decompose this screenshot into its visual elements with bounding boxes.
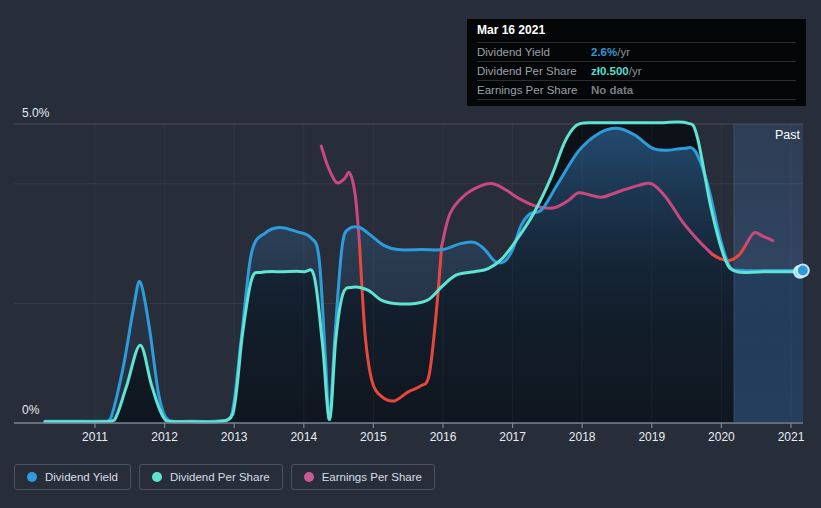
tooltip-label: Earnings Per Share [477,84,591,96]
series-end-marker [797,265,809,277]
tooltip-row-dividend-per-share: Dividend Per Share zł0.500 /yr [477,61,796,80]
tooltip-value: No data [591,84,633,96]
dividend-per-share-dot-icon [152,472,162,482]
tooltip-label: Dividend Per Share [477,65,591,77]
tooltip-value: zł0.500 [591,65,629,77]
x-axis-label: 2017 [499,430,526,444]
dividend-yield-area [45,128,803,423]
legend-label: Dividend Yield [45,471,118,483]
x-axis-label: 2015 [360,430,387,444]
legend-item-dividend-per-share[interactable]: Dividend Per Share [139,464,283,490]
tooltip-unit: /yr [629,65,642,77]
y-axis-label-zero: 0% [22,403,40,417]
past-region-label: Past [718,128,800,142]
legend-item-dividend-yield[interactable]: Dividend Yield [14,464,131,490]
x-axis-label: 2011 [82,430,108,444]
tooltip-row-earnings-per-share: Earnings Per Share No data [477,80,796,100]
tooltip-row-dividend-yield: Dividend Yield 2.6% /yr [477,42,796,61]
legend-item-earnings-per-share[interactable]: Earnings Per Share [291,464,435,490]
x-axis-label: 2012 [151,430,178,444]
y-axis-label-top: 5.0% [22,106,50,120]
tooltip-value: 2.6% [591,46,617,58]
tooltip-date: Mar 16 2021 [477,19,796,42]
x-axis-label: 2020 [708,430,735,444]
dividend-history-panel: 5.0%0%2011201220132014201520162017201820… [0,0,821,508]
x-axis-label: 2018 [569,430,596,444]
legend-label: Earnings Per Share [322,471,422,483]
tooltip-unit: /yr [617,46,630,58]
x-axis-label: 2014 [290,430,317,444]
tooltip-label: Dividend Yield [477,46,591,58]
legend-label: Dividend Per Share [170,471,270,483]
x-axis-label: 2013 [221,430,248,444]
x-axis-label: 2016 [430,430,457,444]
chart-tooltip: Mar 16 2021 Dividend Yield 2.6% /yr Divi… [467,19,806,106]
chart-legend: Dividend Yield Dividend Per Share Earnin… [14,464,435,490]
x-axis-label: 2019 [638,430,665,444]
dividend-yield-dot-icon [27,472,37,482]
x-axis-label: 2021 [778,430,805,444]
earnings-per-share-dot-icon [304,472,314,482]
